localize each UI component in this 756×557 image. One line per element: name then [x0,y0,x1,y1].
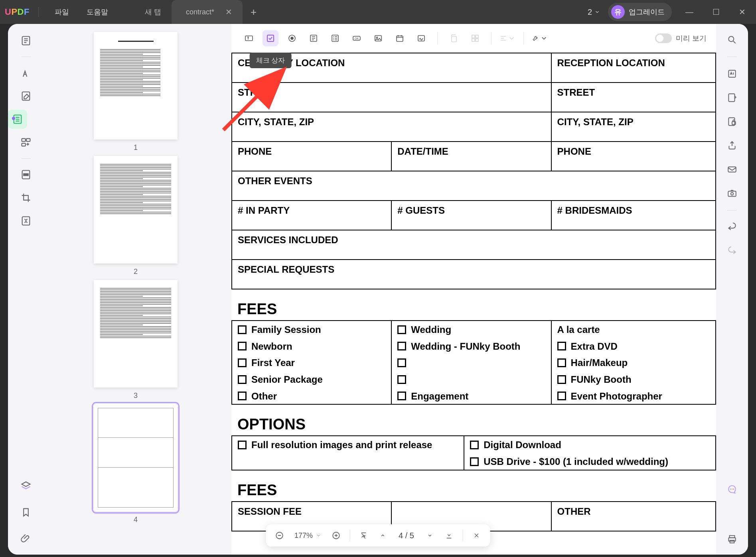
tab-new[interactable]: 새 탭 [134,0,172,24]
svg-rect-33 [397,36,403,41]
document-view[interactable]: CEREMONY LOCATION RECEPTION LOCATION STR… [231,53,716,555]
compress-button[interactable] [16,211,36,230]
workspace: for(let i=0;i<30;i++)document.write('<di… [8,24,748,555]
app-logo: UPDF [5,7,30,17]
thumbnail-panel[interactable]: for(let i=0;i<30;i++)document.write('<di… [44,24,227,555]
svg-rect-39 [476,39,478,41]
zoom-out-button[interactable] [272,528,286,543]
text-field-button[interactable] [241,30,257,46]
field-bridesmaids: # BRIDESMAIDS [551,201,716,230]
form-button[interactable] [8,110,27,129]
ocr-button[interactable] [723,65,741,83]
field-in-party: # IN PARTY [232,201,391,230]
organize-button[interactable] [16,133,36,152]
svg-point-17 [730,489,731,490]
maximize-button[interactable]: ☐ [707,4,725,20]
bookmark-button[interactable] [16,503,36,522]
radio-button[interactable] [284,30,300,46]
svg-rect-37 [476,35,478,38]
reader-mode-button[interactable] [16,31,36,50]
svg-point-32 [377,37,378,38]
layers-button[interactable] [16,476,36,496]
next-page-button[interactable] [423,528,437,543]
search-button[interactable] [723,31,741,49]
edit-button[interactable] [16,87,36,106]
tab-count[interactable]: 2 [588,8,600,17]
redact-button[interactable] [16,165,36,184]
thumbnail-1[interactable]: for(let i=0;i<30;i++)document.write('<di… [68,32,203,152]
signature-field-button[interactable] [413,30,429,46]
field-other-fee: OTHER [551,502,716,531]
last-page-button[interactable] [442,528,456,543]
field-phone-right: PHONE [551,142,716,171]
section-options: OPTIONS [232,404,716,436]
close-button[interactable]: ✕ [733,4,751,20]
field-reception-location: RECEPTION LOCATION [551,53,716,83]
thumbnail-2[interactable]: for(let i=0;i<32;i++)document.write('<di… [68,156,203,276]
section-fees2: FEES [232,470,716,502]
zoom-level[interactable]: 177% [291,531,324,540]
form-table: CEREMONY LOCATION RECEPTION LOCATION STR… [231,53,716,531]
right-rail [716,24,748,555]
tab-close-icon[interactable]: ✕ [225,7,232,17]
page-navigation: 177% 4 / 5 [266,524,490,547]
annotate-button[interactable] [16,63,36,83]
close-nav-button[interactable] [470,528,484,543]
button-field-button[interactable]: OK [349,30,365,46]
protect-button[interactable] [723,113,741,130]
field-special-requests: SPECIAL REQUESTS [232,260,716,289]
share-button[interactable] [723,137,741,154]
email-button[interactable] [723,161,741,178]
prev-page-button[interactable] [375,528,390,543]
svg-rect-38 [472,39,475,41]
svg-rect-11 [728,94,734,102]
svg-rect-14 [728,167,736,172]
dropdown-button[interactable] [306,30,322,46]
convert-button[interactable] [723,89,741,106]
svg-rect-22 [730,540,734,543]
image-field-button[interactable] [370,30,386,46]
form-toolbar: 체크 상자 OK 미리 보기 [231,24,716,53]
upgrade-button[interactable]: 유 업그레이드 [608,3,672,21]
ai-assistant-button[interactable] [725,483,739,496]
field-services-included: SERVICES INCLUDED [232,230,716,260]
menu-help[interactable]: 도움말 [79,5,115,19]
thumbnail-4[interactable]: 4 [68,404,203,524]
field-csz-left: CITY, STATE, ZIP [232,112,551,142]
field-csz-right: CITY, STATE, ZIP [551,112,716,142]
tab-contract[interactable]: contract* ✕ [172,0,243,24]
svg-rect-3 [22,139,26,142]
minimize-button[interactable]: — [680,4,699,20]
svg-rect-15 [728,191,736,197]
redo-button[interactable] [723,242,741,260]
thumbnail-3[interactable]: for(let i=0;i<32;i++)document.write('<di… [68,280,203,400]
page-indicator[interactable]: 4 / 5 [395,531,418,540]
svg-point-18 [732,489,733,490]
tools-button[interactable] [532,30,548,46]
form-grid-button[interactable] [467,30,483,46]
preview-toggle[interactable]: 미리 보기 [655,33,707,43]
field-guests: # GUESTS [391,201,551,230]
first-page-button[interactable] [356,528,371,543]
svg-rect-35 [452,36,456,42]
preview-switch[interactable] [655,33,672,43]
field-other-events: OTHER EVENTS [232,171,716,201]
date-field-button[interactable] [392,30,408,46]
zoom-in-button[interactable] [329,528,343,543]
checkbox-button[interactable]: 체크 상자 [263,30,278,46]
left-rail [8,24,44,555]
print-button[interactable] [723,531,741,548]
screenshot-button[interactable] [723,185,741,202]
align-button[interactable] [499,30,515,46]
undo-button[interactable] [723,218,741,236]
attachment-button[interactable] [16,529,36,548]
listbox-button[interactable] [327,30,343,46]
svg-rect-5 [22,143,26,146]
svg-point-19 [733,489,734,490]
field-phone-left: PHONE [232,142,391,171]
field-datetime: DATE/TIME [391,142,551,171]
form-copy-button[interactable] [446,30,462,46]
tab-add-button[interactable]: + [243,6,265,18]
crop-button[interactable] [16,188,36,207]
menu-file[interactable]: 파일 [47,5,76,19]
